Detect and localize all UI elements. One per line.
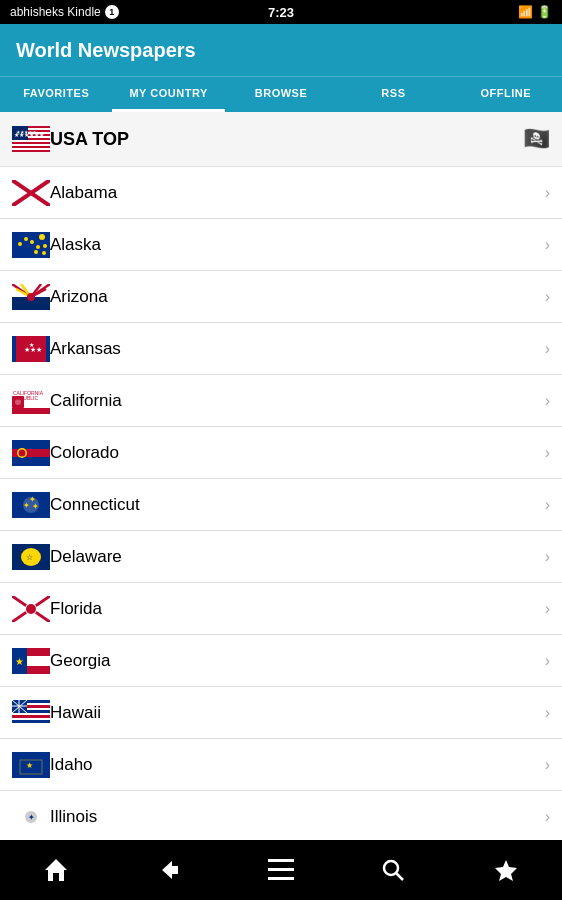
menu-button[interactable] — [257, 846, 305, 894]
list-item[interactable]: Alaska › — [0, 219, 562, 271]
svg-text:REPUBLIC: REPUBLIC — [13, 395, 38, 401]
svg-point-65 — [26, 604, 36, 614]
notification-badge: 1 — [105, 5, 119, 19]
tab-bar: FAVORITES MY COUNTRY BROWSE RSS OFFLINE — [0, 76, 562, 112]
chevron-icon: › — [545, 808, 550, 826]
svg-point-19 — [43, 244, 47, 248]
svg-line-98 — [396, 873, 403, 880]
list-item[interactable]: ★ Georgia › — [0, 635, 562, 687]
svg-point-32 — [27, 293, 35, 301]
state-name: California — [50, 391, 545, 411]
svg-point-21 — [42, 251, 46, 255]
list-item[interactable]: Alabama › — [0, 167, 562, 219]
state-name: Florida — [50, 599, 545, 619]
svg-rect-49 — [12, 457, 50, 466]
svg-text:★: ★ — [29, 342, 34, 348]
california-flag-icon: CALIFORNIA REPUBLIC — [12, 388, 50, 414]
svg-point-97 — [384, 861, 398, 875]
state-name: Alaska — [50, 235, 545, 255]
state-name: Georgia — [50, 651, 545, 671]
georgia-flag-icon: ★ — [12, 648, 50, 674]
person-icon: 🏴‍☠️ — [523, 126, 550, 152]
chevron-icon: › — [545, 548, 550, 566]
tab-my-country[interactable]: MY COUNTRY — [112, 77, 224, 112]
svg-text:★: ★ — [15, 656, 24, 667]
home-button[interactable] — [32, 846, 80, 894]
usa-top-row[interactable]: ★★★★★★ ★★★★★ USA TOP 🏴‍☠️ — [0, 112, 562, 167]
status-bar: abhisheks Kindle 1 7:23 📶 🔋 — [0, 0, 562, 24]
list-item[interactable]: CALIFORNIA REPUBLIC California › — [0, 375, 562, 427]
svg-rect-34 — [12, 336, 50, 340]
svg-rect-35 — [12, 358, 50, 362]
arkansas-flag-icon: ★★★ ★ — [12, 336, 50, 362]
hawaii-flag-icon — [12, 700, 50, 726]
chevron-icon: › — [545, 496, 550, 514]
svg-rect-4 — [12, 140, 50, 142]
usa-top-label: USA TOP — [50, 129, 523, 150]
florida-flag-icon — [12, 596, 50, 622]
app-name-status: abhisheks Kindle — [10, 5, 101, 19]
svg-rect-75 — [12, 715, 50, 718]
svg-rect-42 — [12, 408, 50, 414]
state-name: Idaho — [50, 755, 545, 775]
svg-rect-95 — [268, 868, 294, 871]
delaware-flag-icon: ☆ — [12, 544, 50, 570]
list-item[interactable]: ★★★ ★ Arkansas › — [0, 323, 562, 375]
svg-text:★★★★★: ★★★★★ — [16, 129, 37, 135]
state-name: Illinois — [50, 807, 545, 827]
chevron-icon: › — [545, 756, 550, 774]
svg-point-16 — [30, 240, 34, 244]
svg-marker-93 — [162, 861, 178, 879]
list-item[interactable]: ✦ Illinois › — [0, 791, 562, 840]
idaho-flag-icon: ★ — [12, 752, 50, 778]
svg-point-17 — [39, 234, 45, 240]
chevron-icon: › — [545, 184, 550, 202]
chevron-icon: › — [545, 704, 550, 722]
state-list: ★★★★★★ ★★★★★ USA TOP 🏴‍☠️ Alabama › Alas… — [0, 112, 562, 840]
svg-point-15 — [24, 237, 28, 241]
usa-flag-icon: ★★★★★★ ★★★★★ — [12, 126, 50, 152]
svg-text:★: ★ — [26, 761, 33, 770]
svg-rect-94 — [268, 859, 294, 862]
state-name: Hawaii — [50, 703, 545, 723]
chevron-icon: › — [545, 444, 550, 462]
app-title: World Newspapers — [16, 39, 196, 62]
list-item[interactable]: Florida › — [0, 583, 562, 635]
svg-rect-36 — [12, 336, 16, 362]
tab-rss[interactable]: RSS — [337, 77, 449, 112]
search-button[interactable] — [369, 846, 417, 894]
state-name: Connecticut — [50, 495, 545, 515]
state-name: Colorado — [50, 443, 545, 463]
wifi-icon: 📶 — [518, 5, 533, 19]
alaska-flag-icon — [12, 232, 50, 258]
list-item[interactable]: ✦ ✦ ✦ Connecticut › — [0, 479, 562, 531]
bottom-nav — [0, 840, 562, 900]
svg-rect-96 — [268, 877, 294, 880]
app-bar: World Newspapers — [0, 24, 562, 76]
chevron-icon: › — [545, 288, 550, 306]
list-item[interactable]: ★ Idaho › — [0, 739, 562, 791]
tab-offline[interactable]: OFFLINE — [450, 77, 562, 112]
clock: 7:23 — [268, 5, 294, 20]
svg-text:✦: ✦ — [32, 502, 39, 511]
back-button[interactable] — [145, 846, 193, 894]
state-name: Alabama — [50, 183, 545, 203]
list-item[interactable]: Colorado › — [0, 427, 562, 479]
bookmark-button[interactable] — [482, 846, 530, 894]
list-item[interactable]: ☆ Delaware › — [0, 531, 562, 583]
chevron-icon: › — [545, 392, 550, 410]
svg-rect-76 — [12, 720, 50, 723]
list-item[interactable]: Arizona › — [0, 271, 562, 323]
svg-point-52 — [19, 449, 26, 456]
state-name: Delaware — [50, 547, 545, 567]
list-item[interactable]: Hawaii › — [0, 687, 562, 739]
battery-icon: 🔋 — [537, 5, 552, 19]
arizona-flag-icon — [12, 284, 50, 310]
svg-point-20 — [34, 250, 38, 254]
tab-browse[interactable]: BROWSE — [225, 77, 337, 112]
svg-point-18 — [36, 245, 40, 249]
svg-rect-5 — [12, 144, 50, 146]
svg-point-14 — [18, 242, 22, 246]
tab-favorites[interactable]: FAVORITES — [0, 77, 112, 112]
alabama-flag-icon — [12, 180, 50, 206]
